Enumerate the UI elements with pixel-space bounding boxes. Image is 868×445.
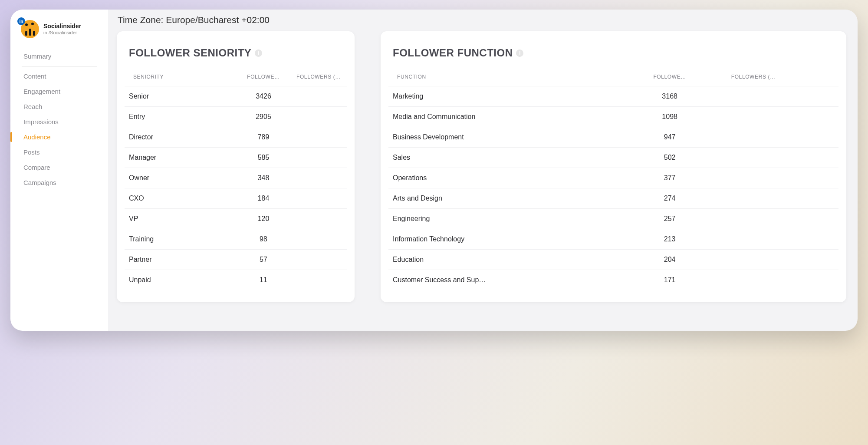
row-value: 98 xyxy=(236,229,291,250)
row-value: 257 xyxy=(614,209,726,229)
timezone-label: Time Zone: Europe/Bucharest +02:00 xyxy=(117,15,846,25)
row-value: 3426 xyxy=(236,86,291,107)
sidebar-item-campaigns[interactable]: Campaigns xyxy=(10,175,108,190)
sidebar-item-engagement[interactable]: Engagement xyxy=(10,84,108,99)
sidebar-item-audience[interactable]: Audience xyxy=(10,129,108,145)
row-label: Information Technology xyxy=(388,229,614,250)
row-label: Marketing xyxy=(388,86,614,107)
table-row[interactable]: Senior3426 xyxy=(125,86,347,107)
info-icon[interactable]: i xyxy=(516,49,523,57)
table-row[interactable]: CXO184 xyxy=(125,188,347,209)
row-pct xyxy=(726,188,838,209)
row-value: 57 xyxy=(236,250,291,270)
row-label: CXO xyxy=(125,188,236,209)
table-row[interactable]: Information Technology213 xyxy=(388,229,838,250)
row-pct xyxy=(726,168,838,188)
table-row[interactable]: Unpaid11 xyxy=(125,270,347,290)
cards-row: FOLLOWER SENIORITY i SENIORITY FOLLOWE… … xyxy=(117,31,846,302)
card-title-function: FOLLOWER FUNCTION i xyxy=(388,47,838,59)
table-row[interactable]: Media and Communication1098 xyxy=(388,107,838,127)
row-value: 120 xyxy=(236,209,291,229)
info-icon[interactable]: i xyxy=(255,49,262,57)
row-pct xyxy=(726,127,838,148)
row-label: Arts and Design xyxy=(388,188,614,209)
row-label: Media and Communication xyxy=(388,107,614,127)
sidebar: in Socialinsider in /Socialinsider Summa… xyxy=(10,10,108,331)
table-row[interactable]: Marketing3168 xyxy=(388,86,838,107)
col-header-followers[interactable]: FOLLOWE… xyxy=(236,69,291,86)
sidebar-item-compare[interactable]: Compare xyxy=(10,160,108,175)
follower-function-card: FOLLOWER FUNCTION i FUNCTION FOLLOWE… FO… xyxy=(381,31,846,302)
row-label: Entry xyxy=(125,107,236,127)
row-pct xyxy=(726,209,838,229)
row-value: 348 xyxy=(236,168,291,188)
row-value: 1098 xyxy=(614,107,726,127)
row-pct xyxy=(291,229,347,250)
main-content: Time Zone: Europe/Bucharest +02:00 FOLLO… xyxy=(108,10,858,331)
row-pct xyxy=(726,148,838,168)
row-label: VP xyxy=(125,209,236,229)
row-value: 213 xyxy=(614,229,726,250)
card-title-seniority-text: FOLLOWER SENIORITY xyxy=(129,47,251,59)
row-value: 274 xyxy=(614,188,726,209)
col-header-followers[interactable]: FOLLOWE… xyxy=(614,69,726,86)
row-pct xyxy=(291,86,347,107)
row-label: Unpaid xyxy=(125,270,236,290)
sidebar-item-reach[interactable]: Reach xyxy=(10,99,108,114)
sidebar-nav: SummaryContentEngagementReachImpressions… xyxy=(10,46,108,193)
sidebar-item-posts[interactable]: Posts xyxy=(10,145,108,160)
profile-header[interactable]: in Socialinsider in /Socialinsider xyxy=(10,20,108,46)
table-row[interactable]: Education204 xyxy=(388,250,838,270)
row-label: Education xyxy=(388,250,614,270)
sidebar-item-content[interactable]: Content xyxy=(10,69,108,84)
table-row[interactable]: Operations377 xyxy=(388,168,838,188)
col-header-function[interactable]: FUNCTION xyxy=(388,69,614,86)
table-row[interactable]: Customer Success and Sup…171 xyxy=(388,270,838,290)
row-value: 585 xyxy=(236,148,291,168)
table-row[interactable]: VP120 xyxy=(125,209,347,229)
table-row[interactable]: Entry2905 xyxy=(125,107,347,127)
row-label: Business Development xyxy=(388,127,614,148)
col-header-seniority[interactable]: SENIORITY xyxy=(125,69,236,86)
col-header-followers-pct[interactable]: FOLLOWERS (… xyxy=(726,69,838,86)
profile-handle: in /Socialinsider xyxy=(43,30,81,36)
row-pct xyxy=(291,250,347,270)
table-row[interactable]: Owner348 xyxy=(125,168,347,188)
seniority-table: SENIORITY FOLLOWE… FOLLOWERS (… Senior34… xyxy=(125,69,347,290)
row-value: 3168 xyxy=(614,86,726,107)
row-pct xyxy=(726,229,838,250)
linkedin-mini-icon: in xyxy=(43,30,47,35)
table-row[interactable]: Training98 xyxy=(125,229,347,250)
row-pct xyxy=(726,107,838,127)
row-label: Operations xyxy=(388,168,614,188)
row-value: 2905 xyxy=(236,107,291,127)
function-table: FUNCTION FOLLOWE… FOLLOWERS (… Marketing… xyxy=(388,69,838,290)
table-row[interactable]: Director789 xyxy=(125,127,347,148)
table-row[interactable]: Arts and Design274 xyxy=(388,188,838,209)
row-label: Director xyxy=(125,127,236,148)
sidebar-item-summary[interactable]: Summary xyxy=(10,49,108,64)
table-row[interactable]: Partner57 xyxy=(125,250,347,270)
row-label: Training xyxy=(125,229,236,250)
col-header-followers-pct[interactable]: FOLLOWERS (… xyxy=(291,69,347,86)
table-row[interactable]: Manager585 xyxy=(125,148,347,168)
row-pct xyxy=(291,168,347,188)
table-row[interactable]: Business Development947 xyxy=(388,127,838,148)
row-label: Owner xyxy=(125,168,236,188)
sidebar-item-impressions[interactable]: Impressions xyxy=(10,114,108,129)
table-row[interactable]: Sales502 xyxy=(388,148,838,168)
row-value: 184 xyxy=(236,188,291,209)
app-window: in Socialinsider in /Socialinsider Summa… xyxy=(10,10,858,331)
card-title-function-text: FOLLOWER FUNCTION xyxy=(393,47,513,59)
table-row[interactable]: Engineering257 xyxy=(388,209,838,229)
row-label: Sales xyxy=(388,148,614,168)
row-pct xyxy=(726,270,838,290)
follower-seniority-card: FOLLOWER SENIORITY i SENIORITY FOLLOWE… … xyxy=(117,31,355,302)
row-pct xyxy=(726,250,838,270)
profile-name: Socialinsider xyxy=(43,23,81,30)
profile-handle-text: /Socialinsider xyxy=(49,30,77,36)
row-pct xyxy=(726,86,838,107)
row-label: Customer Success and Sup… xyxy=(388,270,614,290)
row-pct xyxy=(291,127,347,148)
row-value: 11 xyxy=(236,270,291,290)
